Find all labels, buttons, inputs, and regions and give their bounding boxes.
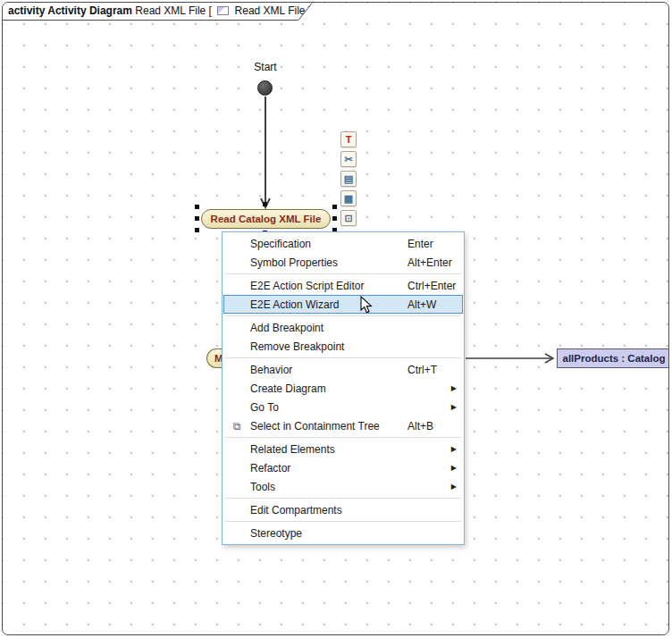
menu-item-label: Select in Containment Tree [250, 420, 380, 432]
menu-item-label: Specification [250, 238, 311, 250]
selection-handle[interactable] [195, 228, 199, 232]
menu-item-related-elements[interactable]: Related Elements▶ [223, 440, 463, 458]
diagram-frame-header: activity Activity Diagram Read XML File … [3, 3, 313, 20]
menu-item-label: Edit Compartments [250, 504, 342, 516]
menu-item-label: Stereotype [250, 527, 302, 540]
menu-item-label: Related Elements [250, 443, 335, 456]
menu-item-label: Remove Breakpoint [250, 340, 344, 353]
menu-item-label: E2E Action Script Editor [250, 280, 364, 292]
menu-item-behavior[interactable]: BehaviorCtrl+T [223, 360, 463, 379]
menu-item-label: Go To [250, 401, 279, 414]
menu-item-label: E2E Action Wizard [250, 298, 339, 311]
selection-handle[interactable] [195, 216, 199, 221]
action-label: Read Catalog XML File [211, 214, 322, 224]
selection-handle[interactable] [332, 216, 337, 221]
diagram-bracket-close: ] [308, 4, 311, 17]
menu-item-go-to[interactable]: Go To▶ [223, 398, 463, 416]
menu-item-remove-breakpoint[interactable]: Remove Breakpoint [223, 337, 463, 356]
manipulator-grid-icon[interactable]: ▦ [340, 190, 357, 206]
submenu-arrow-icon: ▶ [451, 464, 457, 472]
menu-item-add-breakpoint[interactable]: Add Breakpoint [223, 318, 463, 337]
menu-item-label: Create Diagram [250, 382, 326, 395]
manipulator-cut-icon[interactable]: ✂ [340, 151, 357, 167]
menu-item-specification[interactable]: SpecificationEnter [223, 234, 463, 253]
action-read-catalog-xml-file[interactable]: Read Catalog XML File [201, 209, 331, 229]
selection-handle[interactable] [263, 202, 267, 206]
menu-item-e2e-action-wizard[interactable]: E2E Action WizardAlt+W [223, 295, 463, 314]
menu-item-edit-compartments[interactable]: Edit Compartments [223, 500, 463, 519]
menu-item-label: Refactor [250, 462, 290, 474]
object-flow-edge-to-allproducts[interactable] [466, 354, 553, 363]
submenu-arrow-icon: ▶ [451, 403, 457, 411]
context-menu: SpecificationEnterSymbol PropertiesAlt+E… [222, 231, 465, 545]
submenu-arrow-icon: ▶ [451, 483, 457, 491]
menu-item-shortcut: Ctrl+Enter [407, 280, 456, 292]
menu-item-select-in-containment-tree[interactable]: ⧉Select in Containment TreeAlt+B [223, 416, 463, 435]
initial-node[interactable] [257, 80, 273, 96]
diagram-kind-label: activity Activity Diagram [8, 4, 132, 17]
menu-item-shortcut: Alt+B [407, 420, 433, 432]
menu-item-label: Symbol Properties [250, 256, 338, 269]
menu-item-shortcut: Enter [407, 238, 433, 250]
diagram-name-label: Read XML File [ [135, 4, 212, 17]
selection-handle[interactable] [332, 205, 337, 209]
manipulator-box-icon[interactable]: ⊡ [340, 210, 357, 226]
diagram-bracket-name: Read XML File [235, 4, 306, 17]
menu-item-create-diagram[interactable]: Create Diagram▶ [223, 379, 463, 398]
manipulator-list-icon[interactable]: ▤ [340, 171, 357, 187]
menu-item-e2e-action-script-editor[interactable]: E2E Action Script EditorCtrl+Enter [223, 276, 463, 295]
menu-item-shortcut: Alt+Enter [407, 256, 452, 269]
menu-item-label: Add Breakpoint [250, 322, 323, 334]
menu-item-refactor[interactable]: Refactor▶ [223, 458, 463, 477]
smart-manipulator-toolbar: T✂▤▦⊡ [340, 131, 357, 230]
selection-handle[interactable] [195, 205, 199, 209]
edit-text-icon[interactable]: T [340, 131, 357, 147]
menu-item-shortcut: Alt+W [407, 298, 436, 311]
submenu-arrow-icon: ▶ [451, 384, 457, 392]
containment-tree-icon: ⧉ [223, 420, 250, 432]
menu-item-shortcut: Ctrl+T [407, 364, 437, 376]
activity-diagram-icon [217, 6, 229, 15]
activity-diagram-frame[interactable]: activity Activity Diagram Read XML File … [2, 2, 669, 635]
object-node-label: allProducts : Catalog [562, 353, 665, 364]
menu-item-label: Behavior [250, 364, 292, 376]
object-node-allproducts-catalog[interactable]: allProducts : Catalog [557, 348, 669, 368]
menu-item-label: Tools [250, 481, 275, 493]
menu-item-stereotype[interactable]: Stereotype [223, 524, 463, 542]
submenu-arrow-icon: ▶ [451, 445, 457, 453]
initial-node-label: Start [240, 61, 290, 73]
menu-item-tools[interactable]: Tools▶ [223, 477, 463, 496]
control-flow-edge-start-to-action[interactable] [261, 97, 270, 207]
menu-item-symbol-properties[interactable]: Symbol PropertiesAlt+Enter [223, 253, 463, 272]
